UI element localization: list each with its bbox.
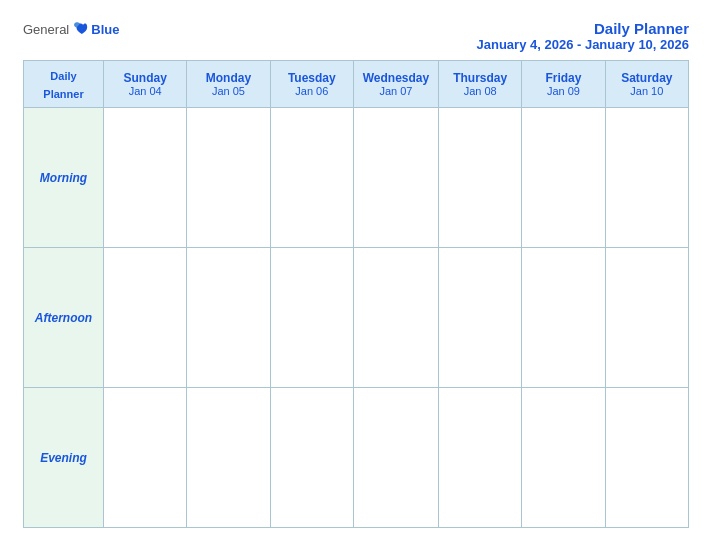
evening-monday[interactable]	[187, 388, 270, 528]
header: General Blue Daily Planner January 4, 20…	[23, 20, 689, 52]
calendar-table: DailyPlanner Sunday Jan 04 Monday Jan 05…	[23, 60, 689, 528]
evening-row: Evening	[24, 388, 689, 528]
logo-bird-icon	[71, 20, 89, 38]
evening-friday[interactable]	[522, 388, 605, 528]
evening-saturday[interactable]	[605, 388, 688, 528]
morning-wednesday[interactable]	[353, 108, 438, 248]
col-header-tuesday: Tuesday Jan 06	[270, 61, 353, 108]
evening-thursday[interactable]	[439, 388, 522, 528]
col-header-monday: Monday Jan 05	[187, 61, 270, 108]
col-header-sunday: Sunday Jan 04	[104, 61, 187, 108]
evening-tuesday[interactable]	[270, 388, 353, 528]
col-header-saturday: Saturday Jan 10	[605, 61, 688, 108]
logo-area: General Blue	[23, 20, 119, 38]
afternoon-saturday[interactable]	[605, 248, 688, 388]
morning-friday[interactable]	[522, 108, 605, 248]
morning-saturday[interactable]	[605, 108, 688, 248]
col-header-wednesday: Wednesday Jan 07	[353, 61, 438, 108]
evening-sunday[interactable]	[104, 388, 187, 528]
evening-label: Evening	[24, 388, 104, 528]
afternoon-friday[interactable]	[522, 248, 605, 388]
col-header-friday: Friday Jan 09	[522, 61, 605, 108]
morning-sunday[interactable]	[104, 108, 187, 248]
date-range: January 4, 2026 - January 10, 2026	[477, 37, 689, 52]
page: General Blue Daily Planner January 4, 20…	[11, 10, 701, 540]
planner-title: Daily Planner	[477, 20, 689, 37]
morning-row: Morning	[24, 108, 689, 248]
afternoon-monday[interactable]	[187, 248, 270, 388]
morning-thursday[interactable]	[439, 108, 522, 248]
logo: General Blue	[23, 20, 119, 38]
title-area: Daily Planner January 4, 2026 - January …	[477, 20, 689, 52]
col-header-daily-planner: DailyPlanner	[24, 61, 104, 108]
logo-general-text: General	[23, 22, 69, 37]
afternoon-tuesday[interactable]	[270, 248, 353, 388]
afternoon-sunday[interactable]	[104, 248, 187, 388]
calendar-header-row: DailyPlanner Sunday Jan 04 Monday Jan 05…	[24, 61, 689, 108]
col-header-thursday: Thursday Jan 08	[439, 61, 522, 108]
morning-label: Morning	[24, 108, 104, 248]
morning-tuesday[interactable]	[270, 108, 353, 248]
afternoon-wednesday[interactable]	[353, 248, 438, 388]
afternoon-row: Afternoon	[24, 248, 689, 388]
evening-wednesday[interactable]	[353, 388, 438, 528]
logo-blue-text: Blue	[91, 22, 119, 37]
morning-monday[interactable]	[187, 108, 270, 248]
afternoon-thursday[interactable]	[439, 248, 522, 388]
afternoon-label: Afternoon	[24, 248, 104, 388]
